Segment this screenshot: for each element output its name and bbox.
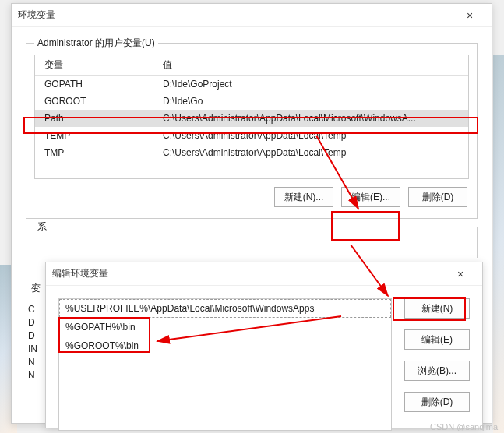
table-row[interactable]: TMP C:\Users\Administrator\AppData\Local… [35,144,468,161]
list-item[interactable]: %GOPATH%\bin [59,318,391,336]
list-item[interactable]: %USERPROFILE%\AppData\Local\Microsoft\Wi… [59,299,391,318]
user-vars-group-label: Administrator 的用户变量(U) [34,37,158,50]
edit-env-var-title: 编辑环境变量 [52,267,445,280]
user-vars-table[interactable]: 变量 值 GOPATH D:\Ide\GoProject GOROOT D:\I… [34,55,469,179]
new-button[interactable]: 新建(N) [404,298,470,319]
edit-env-var-window: 编辑环境变量 × %USERPROFILE%\AppData\Local\Mic… [45,262,483,428]
new-button[interactable]: 新建(N)... [274,187,333,207]
cell-val: C:\Users\Administrator\AppData\Local\Tem… [160,147,468,158]
cell-var: Path [35,113,160,124]
list-item[interactable]: %GOROOT%\bin [59,336,391,355]
close-icon[interactable]: × [454,9,485,22]
edit-side-buttons: 新建(N) 编辑(E) 浏览(B)... 删除(D) [404,298,470,431]
cell-var: GOROOT [35,96,160,107]
env-vars-title: 环境变量 [18,9,454,22]
table-header: 变量 值 [35,55,468,76]
table-row[interactable]: GOPATH D:\Ide\GoProject [35,76,468,93]
delete-button[interactable]: 删除(D) [408,187,467,207]
cell-var: TMP [35,147,160,158]
system-vars-group-label: 系 [34,220,50,234]
env-vars-titlebar: 环境变量 × [12,4,492,27]
browse-button[interactable]: 浏览(B)... [404,361,470,381]
cell-val: D:\Ide\Go [160,96,468,107]
cell-val: C:\Users\Administrator\AppData\Local\Tem… [160,130,468,141]
user-vars-group: Administrator 的用户变量(U) 变量 值 GOPATH D:\Id… [26,43,478,219]
col-header-var: 变量 [35,58,160,72]
edit-button[interactable]: 编辑(E)... [341,187,400,207]
cell-var: TEMP [35,130,160,141]
close-icon[interactable]: × [445,268,476,280]
delete-button[interactable]: 删除(D) [404,392,470,412]
edit-button[interactable]: 编辑(E) [404,329,470,350]
cell-val: D:\Ide\GoProject [160,79,468,90]
edit-env-var-titlebar: 编辑环境变量 × [46,262,482,286]
watermark: CSDN @sanqima [430,422,498,431]
cell-val: C:\Users\Administrator\AppData\Local\Mic… [160,113,468,124]
path-list[interactable]: %USERPROFILE%\AppData\Local\Microsoft\Wi… [58,298,392,431]
system-vars-group-partial: 系 [26,227,478,258]
table-row-selected[interactable]: Path C:\Users\Administrator\AppData\Loca… [35,110,468,127]
user-vars-buttons: 新建(N)... 编辑(E)... 删除(D) [34,179,469,210]
cell-var: GOPATH [35,79,160,90]
col-header-val: 值 [160,58,468,72]
table-row[interactable]: TEMP C:\Users\Administrator\AppData\Loca… [35,127,468,144]
table-row[interactable]: GOROOT D:\Ide\Go [35,93,468,110]
